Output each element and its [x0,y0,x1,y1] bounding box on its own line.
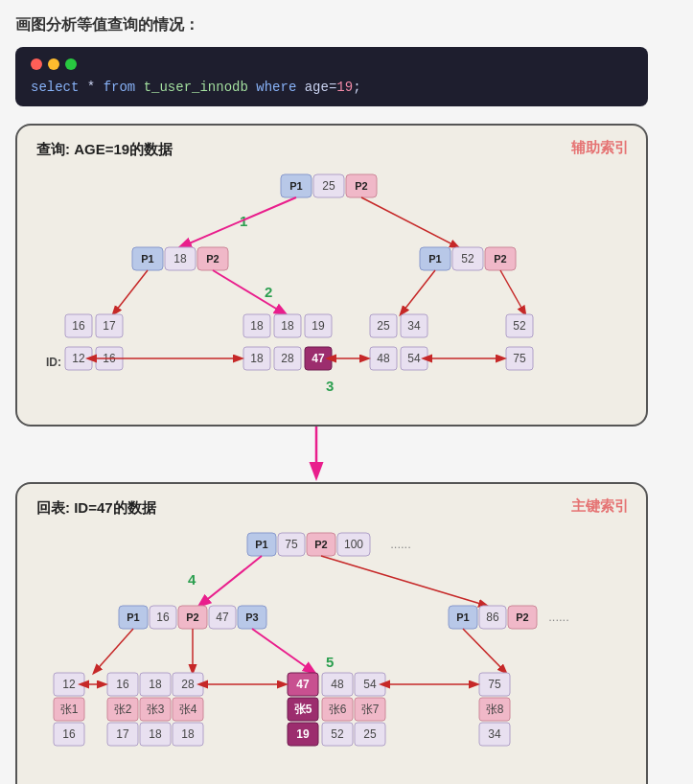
svg-text:47: 47 [296,678,310,691]
svg-line-75 [321,556,487,606]
terminal-code: select * from t_user_innodb where age=19… [31,80,633,95]
svg-text:47: 47 [216,611,229,624]
svg-text:28: 28 [281,352,294,365]
svg-text:34: 34 [488,727,501,741]
page-title: 画图分析等值查询的情况： [15,15,678,35]
svg-text:25: 25 [322,179,335,193]
svg-text:5: 5 [326,654,334,670]
svg-text:18: 18 [149,678,162,691]
svg-text:19: 19 [312,319,325,333]
svg-text:P1: P1 [141,253,153,265]
svg-text:54: 54 [363,678,377,691]
svg-text:18: 18 [250,352,264,365]
svg-text:18: 18 [250,319,264,333]
svg-line-25 [500,270,525,314]
svg-text:P2: P2 [494,253,506,265]
svg-text:P2: P2 [206,253,219,265]
svg-line-22 [113,270,148,314]
dot-green [65,58,77,70]
svg-text:张3: 张3 [147,703,165,716]
svg-line-24 [401,270,435,314]
page-container: 画图分析等值查询的情况： select * from t_user_innodb… [15,15,678,784]
dot-yellow [48,58,59,70]
svg-text:18: 18 [149,727,162,741]
svg-text:张4: 张4 [179,703,197,716]
svg-text:3: 3 [326,378,334,394]
svg-text:54: 54 [407,352,421,365]
svg-text:25: 25 [363,727,377,741]
svg-text:100: 100 [344,538,363,551]
svg-text:17: 17 [103,319,116,333]
svg-text:P2: P2 [516,611,528,623]
svg-text:P1: P1 [127,611,139,623]
svg-text:张1: 张1 [60,703,79,716]
svg-text:17: 17 [116,727,129,741]
svg-text:P3: P3 [245,611,258,623]
diagram-area: 辅助索引 查询: AGE=19的数据 P1 25 P2 1 P1 [15,124,648,784]
terminal-block: select * from t_user_innodb where age=19… [15,47,648,106]
svg-text:18: 18 [281,319,294,333]
primary-index-label: 主键索引 [571,497,629,516]
svg-text:P1: P1 [456,611,469,623]
svg-text:86: 86 [486,611,499,624]
secondary-index-svg: P1 25 P2 1 P1 18 P2 P1 [36,173,631,403]
svg-text:张2: 张2 [114,703,132,716]
svg-line-74 [199,556,262,606]
svg-text:12: 12 [72,352,85,365]
svg-text:2: 2 [265,284,272,300]
svg-line-8 [361,197,458,247]
svg-text:52: 52 [461,252,474,265]
svg-text:16: 16 [156,611,170,624]
svg-text:18: 18 [181,727,195,741]
terminal-dots [31,58,633,70]
svg-text:34: 34 [407,319,421,333]
svg-text:12: 12 [62,678,76,691]
svg-text:P1: P1 [428,253,441,265]
svg-text:P1: P1 [289,180,302,192]
svg-line-93 [94,629,133,673]
svg-text:48: 48 [331,678,344,691]
svg-text:P2: P2 [314,539,327,550]
svg-text:P2: P2 [186,611,198,623]
secondary-query-label: 查询: AGE=19的数据 [36,141,627,159]
svg-text:52: 52 [331,727,344,741]
svg-line-7 [180,197,296,247]
svg-text:张6: 张6 [329,703,347,716]
svg-text:......: ...... [548,610,569,624]
svg-text:P1: P1 [255,539,267,550]
svg-text:75: 75 [285,538,298,551]
svg-line-95 [252,629,314,673]
svg-text:48: 48 [377,352,390,365]
svg-text:P2: P2 [355,180,367,192]
primary-index-svg: P1 75 P2 100 ...... 4 P1 16 [36,531,631,784]
svg-text:16: 16 [62,727,76,741]
svg-text:18: 18 [173,252,187,265]
dot-red [31,58,42,70]
secondary-index-box: 辅助索引 查询: AGE=19的数据 P1 25 P2 1 P1 [15,124,648,427]
svg-text:......: ...... [390,537,411,551]
primary-query-label: 回表: ID=47的数据 [36,499,627,518]
svg-text:16: 16 [116,678,129,691]
svg-text:75: 75 [513,352,526,365]
svg-text:47: 47 [312,352,325,365]
svg-text:张8: 张8 [486,703,504,716]
svg-text:16: 16 [72,319,85,333]
primary-index-box: 主键索引 回表: ID=47的数据 P1 [15,482,648,784]
svg-text:张5: 张5 [294,703,312,716]
svg-text:4: 4 [188,571,196,588]
svg-line-96 [463,629,506,673]
svg-line-23 [213,270,286,314]
svg-text:28: 28 [181,678,195,691]
svg-text:19: 19 [296,727,310,741]
svg-text:52: 52 [513,319,526,333]
svg-text:张7: 张7 [361,703,380,716]
svg-text:25: 25 [377,319,390,333]
connector [15,427,648,482]
svg-text:ID:: ID: [46,356,61,369]
secondary-index-label: 辅助索引 [571,139,629,157]
svg-text:75: 75 [488,678,501,691]
